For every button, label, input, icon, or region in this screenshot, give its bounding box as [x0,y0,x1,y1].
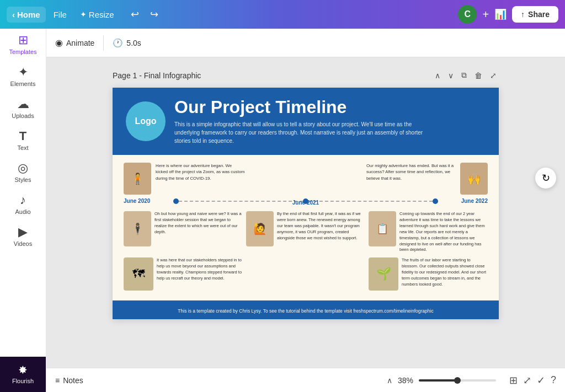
top-bar-left: ‹ Home File ✦ Resize ↩ ↪ [7,6,163,23]
page-more-button[interactable]: ⤢ [488,68,499,82]
clock-icon: 🕐 [113,38,123,48]
undo-button[interactable]: ↩ [126,6,143,23]
entry1-text: Here is where our adventure began. We ki… [156,163,245,181]
check-button[interactable]: ✓ [537,374,545,386]
sidebar-item-audio[interactable]: ♪ Audio [0,189,46,221]
sidebar-item-uploads[interactable]: ☁ Uploads [0,93,46,125]
share-button[interactable]: ↑ Share [512,6,558,23]
date2-label: June 2021 [292,200,319,206]
timeline-middle-spacer [245,163,366,195]
figure-5: 📋 [369,211,396,246]
animate-icon: ◉ [55,37,63,48]
dot-3 [433,198,438,204]
canvas-wrapper[interactable]: Page 1 - Final Infographic ∧ ∨ ⧉ 🗑 ⤢ Log… [46,57,565,368]
sidebar-label-templates: Templates [9,49,36,55]
sidebar-item-videos[interactable]: ▶ Videos [0,221,46,253]
figure-7: 🌱 [369,257,398,291]
notes-label: Notes [63,376,83,385]
section2-text: By the end of that first full year, it w… [277,211,365,241]
section5-text: The fruits of our labor were starting to… [402,257,488,287]
duration-button[interactable]: 🕐 5.0s [113,38,141,48]
entry2-text: Our mighty adventure has ended. But was … [366,163,456,181]
animate-button[interactable]: ◉ Animate [55,37,94,48]
page-controls: ∧ ∨ ⧉ 🗑 ⤢ [433,68,499,82]
grid-button[interactable]: ⊞ [509,374,518,386]
content-row-1: 🕴 Oh but how young and naive were we? It… [124,209,488,255]
section3-text: Coming up towards the end of our 2 year … [399,211,488,253]
content-col-5: 🌱 The fruits of our labor were starting … [369,257,488,291]
page-header: Page 1 - Final Infographic ∧ ∨ ⧉ 🗑 ⤢ [113,68,499,82]
figure-2: 🙌 [460,163,488,195]
page-down-button[interactable]: ∨ [446,68,456,82]
infographic-subtitle: This is a simple infographic that will a… [174,120,428,145]
content-col-1: 🕴 Oh but how young and naive were we? It… [124,211,243,253]
sidebar: ⊞ Templates ✦ Elements ☁ Uploads T Text … [0,29,46,392]
uploads-icon: ☁ [17,98,29,110]
zoom-slider-fill [419,379,457,382]
sidebar-item-templates[interactable]: ⊞ Templates [0,29,46,61]
add-button[interactable]: + [482,8,489,21]
line-2 [308,201,433,202]
file-label: File [54,10,67,19]
share-label: Share [528,10,550,19]
page-delete-button[interactable]: 🗑 [472,68,484,82]
sidebar-item-text[interactable]: T Text [0,125,46,157]
zoom-value: 38% [398,376,413,385]
resize-button[interactable]: ✦ Resize [74,7,120,23]
toolbar: ◉ Animate 🕐 5.0s [46,29,565,57]
figure-4: 🙋 [246,211,274,246]
zoom-slider-thumb[interactable] [454,377,461,384]
refresh-button[interactable]: ↻ [535,168,556,189]
help-button[interactable]: ? [551,374,556,386]
line-1 [179,201,303,202]
styles-icon: ◎ [18,162,28,174]
section1-text: Oh but how young and naive were we? It w… [154,211,243,235]
home-button[interactable]: ‹ Home [7,7,46,23]
fullscreen-button[interactable]: ⤢ [523,374,531,386]
chevron-left-icon: ‹ [12,10,15,19]
audio-icon: ♪ [20,194,26,206]
timeline-entry-left: 🧍 Here is where our adventure began. We … [124,163,245,195]
avatar: C [458,5,477,24]
sidebar-label-videos: Videos [14,240,32,247]
date3-label: June 2022 [438,198,488,204]
header-text-block: Our Project Timeline This is a simple in… [174,98,428,145]
notes-icon: ≡ [55,376,60,385]
stats-icon[interactable]: 📊 [494,8,507,20]
logo-text: Logo [135,116,156,126]
redo-button[interactable]: ↪ [146,6,163,23]
dot-1 [173,198,179,204]
file-menu[interactable]: File [48,7,72,23]
timeline-section: 🧍 Here is where our adventure began. We … [113,155,499,300]
sidebar-label-styles: Styles [15,176,31,183]
zoom-area: ∧ 38% [387,376,496,385]
flourish-icon: ✸ [18,364,28,375]
bottom-right: ⊞ ⤢ ✓ ? [509,374,556,386]
page-title: Page 1 - Final Infographic [113,71,427,80]
undo-redo-group: ↩ ↪ [126,6,163,23]
content-col-2: 🙋 By the end of that first full year, it… [246,211,365,253]
toolbar-divider [103,35,104,51]
notes-button[interactable]: ≡ Notes [55,376,83,385]
sidebar-item-flourish[interactable]: ✸ Flourish [0,357,46,392]
content-row-2: 🗺 It was here that our stakeholders step… [124,255,488,295]
editor-area: ◉ Animate 🕐 5.0s Page 1 - Final Infograp… [46,29,565,392]
footer-text: This is a template created by Chris Lysy… [178,308,433,314]
date1-label: June 2020 [124,198,173,204]
bottom-bar: ≡ Notes ∧ 38% ⊞ ⤢ ✓ ? [46,368,565,392]
logo-circle: Logo [126,101,166,141]
infographic-header: Logo Our Project Timeline This is a simp… [113,88,499,155]
sidebar-item-elements[interactable]: ✦ Elements [0,61,46,93]
page-duplicate-button[interactable]: ⧉ [459,68,469,82]
resize-icon: ✦ [80,10,87,19]
zoom-out-button[interactable]: ∧ [387,376,392,385]
timeline-top-entries: 🧍 Here is where our adventure began. We … [124,163,488,195]
zoom-slider[interactable] [419,379,496,382]
sidebar-item-styles[interactable]: ◎ Styles [0,157,46,189]
timeline-entry-right: Our mighty adventure has ended. But was … [366,163,488,195]
top-bar: ‹ Home File ✦ Resize ↩ ↪ C + 📊 ↑ Share [0,0,565,29]
animate-label: Animate [66,39,94,47]
top-bar-right: C + 📊 ↑ Share [458,5,558,24]
sidebar-label-flourish: Flourish [12,378,34,384]
page-up-button[interactable]: ∧ [433,68,443,82]
